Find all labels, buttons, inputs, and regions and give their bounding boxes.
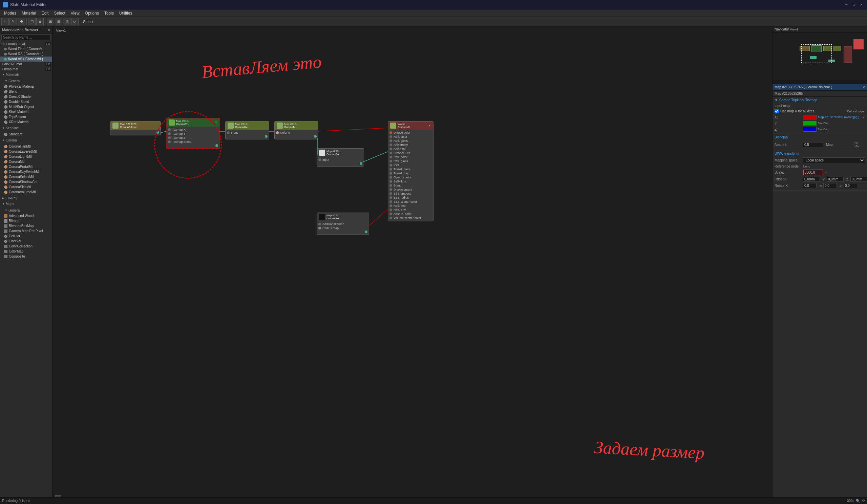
port-bump[interactable]: Bump	[389, 184, 432, 187]
port-sss-radius[interactable]: SSS radius	[389, 196, 432, 200]
port-in-dot[interactable]	[389, 196, 392, 199]
port-refl-env[interactable]: Refl. env.	[389, 204, 432, 208]
port-fresnel-ior[interactable]: Fresnel IOR	[389, 151, 432, 155]
corona-layered[interactable]: CoronaLayeredMtl	[3, 149, 52, 154]
node-bitmap[interactable]: Map #213879... CoronaBitmap	[110, 121, 161, 135]
corona-rayswitch[interactable]: CoronaRaySwitchMtl	[3, 169, 52, 174]
port-in-dot[interactable]	[389, 160, 392, 163]
mat-xref[interactable]: XRef Material	[3, 120, 52, 124]
node-triplanar[interactable]: Map #213... CoronaTri... ✕ Texmap X Texm…	[166, 118, 220, 149]
spinbox-scale[interactable]	[803, 169, 823, 175]
mat-standard[interactable]: Standard	[3, 132, 52, 137]
node-coronaco[interactable]: Map #213... CoronaCo... Input	[317, 148, 364, 166]
port-in-dot[interactable]	[389, 192, 392, 195]
map-colorcorrection[interactable]: ColorCorrection	[3, 244, 52, 249]
mat-multi[interactable]: Multi/Sub-Object	[3, 104, 52, 109]
navigator-canvas[interactable]	[772, 33, 867, 80]
tool-render[interactable]: ▷	[71, 18, 78, 25]
port-in-dot[interactable]	[389, 172, 392, 175]
port-in-dot[interactable]	[168, 132, 171, 135]
port-in-dot[interactable]	[389, 135, 392, 138]
tool-options[interactable]: ⚙	[63, 18, 71, 25]
status-search-icon[interactable]: 🔍	[856, 499, 860, 503]
file-nvnb[interactable]: + nvnb.mat LIB	[0, 67, 52, 72]
menu-modes[interactable]: Modes	[1, 10, 19, 17]
tool-view[interactable]: ◫	[28, 18, 35, 25]
port-out[interactable]	[276, 135, 317, 138]
map-x[interactable]: Map #2138795833 (wood.jpg )	[818, 116, 861, 119]
port-in-dot[interactable]	[318, 223, 321, 226]
port-texmap-z[interactable]: Texmap Z	[168, 136, 218, 140]
port-out-dot[interactable]	[265, 135, 268, 138]
maximize-button[interactable]: □	[851, 2, 857, 8]
port-texmap-blend[interactable]: Texmap Blend	[168, 140, 218, 144]
port-in-dot[interactable]	[389, 217, 392, 219]
section-collapse-arrow[interactable]: ▼	[774, 98, 778, 102]
port-opacity[interactable]: Opacity color	[389, 175, 432, 179]
port-input[interactable]: Input	[318, 158, 362, 162]
node-close[interactable]: ✕	[215, 121, 217, 124]
prop-close[interactable]: ✕	[862, 85, 865, 89]
port-radius-map[interactable]: Radius map	[318, 226, 367, 230]
corona-portal[interactable]: CoronaPortalMtl	[3, 164, 52, 169]
checkbox-use-map-x[interactable]	[774, 109, 779, 113]
port-sss-scatter[interactable]: SSS scatter color	[389, 200, 432, 204]
port-out-dot[interactable]	[314, 135, 317, 138]
spinbox-amount[interactable]	[803, 142, 823, 147]
file-wood-vs[interactable]: Wood VS ( CoronaMtl )	[0, 56, 52, 62]
map-colormap[interactable]: ColorMap	[3, 249, 52, 254]
corona-skin[interactable]: CoronaSkinMtl	[3, 185, 52, 189]
port-in-dot[interactable]	[389, 208, 392, 211]
status-options-icon[interactable]: ⚙	[862, 499, 865, 503]
port-in-dot[interactable]	[168, 136, 171, 139]
port-refr-env[interactable]: Refr. env.	[389, 208, 432, 212]
canvas-area[interactable]: View1 ВставЛяем это Задаем размер Map #2…	[53, 26, 772, 504]
tool-zoom[interactable]: ⊕	[36, 18, 44, 25]
corona-light[interactable]: CoronaLightMtl	[3, 154, 52, 159]
port-out[interactable]	[227, 135, 268, 138]
port-in-dot[interactable]	[389, 200, 392, 203]
port-in-dot[interactable]	[389, 205, 392, 207]
map-camera-per-pixel[interactable]: Camera Map Per Pixel	[3, 229, 52, 233]
map-cellular[interactable]: Cellular	[3, 233, 52, 239]
port-in-dot[interactable]	[389, 147, 392, 150]
menu-material[interactable]: Material	[19, 10, 39, 17]
file-wood-floor[interactable]: Wood Floor ( CoronaM...	[0, 46, 52, 52]
port-in-dot[interactable]	[389, 131, 392, 134]
port-displacement[interactable]: Displacement	[389, 187, 432, 191]
swatch-x[interactable]	[803, 115, 816, 120]
scanline-section[interactable]: ▼ Scanline	[0, 125, 52, 131]
node-mix[interactable]: Map #213... CoronaM... Color 0	[274, 121, 318, 140]
spinbox-rotate-x[interactable]	[803, 183, 816, 188]
maps-section[interactable]: ▼ Maps	[0, 201, 52, 207]
port-out[interactable]	[318, 162, 362, 165]
port-vol-scatter[interactable]: Volume scatter color	[389, 216, 432, 220]
vray-section[interactable]: ▶ + V-Ray	[0, 195, 52, 201]
port-in-dot[interactable]	[318, 158, 321, 161]
port-out-dot[interactable]	[365, 230, 367, 233]
port-in-dot[interactable]	[389, 143, 392, 146]
spinbox-rotate-z[interactable]	[844, 183, 857, 188]
prop-scroll[interactable]: ▼ Corona Triplanar Texmap Input maps Use…	[772, 97, 867, 504]
menu-utilities[interactable]: Utilities	[117, 10, 135, 17]
map-bitmap[interactable]: Bitmap	[3, 218, 52, 223]
browser-close[interactable]: ✕	[47, 28, 50, 32]
map-composite[interactable]: Composite	[3, 254, 52, 259]
port-transl-frac[interactable]: Transl. frac.	[389, 171, 432, 175]
mat-topbottom[interactable]: Top/Bottom	[3, 114, 52, 120]
port-out-dot[interactable]	[360, 162, 362, 165]
port-in-dot[interactable]	[389, 164, 392, 166]
map-y[interactable]: No Map	[818, 121, 865, 125]
port-in-dot[interactable]	[168, 128, 171, 131]
port-out[interactable]	[168, 144, 218, 147]
file-bonmucho[interactable]: *bonmucho.mat LIB	[0, 41, 52, 46]
port-out[interactable]	[318, 230, 367, 233]
node-port-out[interactable]	[112, 131, 159, 134]
port-in-dot[interactable]	[276, 131, 279, 134]
port-sss-amount[interactable]: SSS amount	[389, 191, 432, 196]
port-color0[interactable]: Color 0	[276, 131, 317, 135]
tool-move[interactable]: ✥	[18, 18, 25, 25]
port-texmap-x[interactable]: Texmap X	[168, 128, 218, 132]
port-in-dot[interactable]	[168, 141, 171, 143]
port-refr-gloss[interactable]: Refr. gloss.	[389, 159, 432, 163]
